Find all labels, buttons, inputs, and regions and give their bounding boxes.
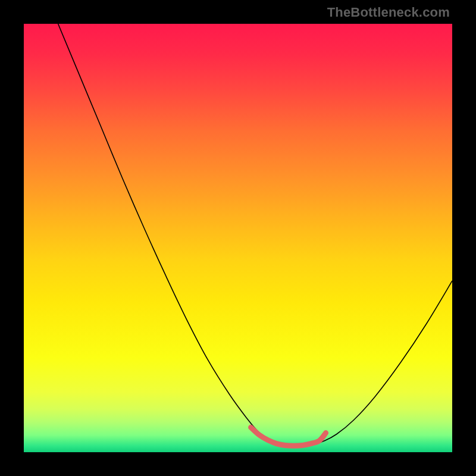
chart-frame: TheBottleneck.com (0, 0, 476, 476)
plot-area (24, 24, 452, 452)
gradient-background (24, 24, 452, 452)
chart-svg (24, 24, 452, 452)
watermark-text: TheBottleneck.com (327, 5, 450, 20)
